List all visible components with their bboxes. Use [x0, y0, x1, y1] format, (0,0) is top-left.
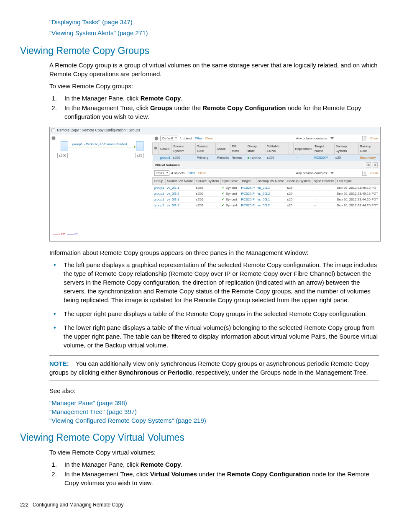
para-intro: A Remote Copy group is a group of virtua…: [49, 61, 379, 78]
bullet-left-pane: The left pane displays a graphical repre…: [49, 260, 379, 304]
gear-icon[interactable]: [154, 136, 159, 141]
link-viewing-configured-rc-systems[interactable]: "Viewing Configured Remote Copy Systems"…: [49, 417, 206, 424]
window-title: Remote Copy : Remote Copy Configuration …: [57, 128, 140, 132]
link-viewing-system-alerts[interactable]: "Viewing System Alerts" (page 271): [49, 29, 148, 36]
bullet-upper-right: The upper right pane displays a table of…: [49, 309, 379, 318]
anycol-label-2: Any column contains:: [296, 171, 328, 175]
legend: FC IP: [52, 232, 77, 236]
screenshot-remote-copy-groups: Remote Copy : Remote Copy Configuration …: [49, 127, 381, 242]
table-row[interactable]: group1vv_2G.1s250✔ SyncedRC025IPvs_2G.1s…: [153, 185, 380, 190]
gear-icon[interactable]: [154, 146, 157, 150]
note-box: NOTE: You can additionally view only syn…: [49, 355, 379, 380]
server-right-icon: [136, 141, 143, 151]
table-row[interactable]: group1vv_5G.2s250✔ SyncedRC025IPvs_5G.2s…: [153, 203, 380, 208]
window-icon: [51, 129, 55, 132]
groups-toolbar: Default 1 object Filter Clear Any column…: [152, 134, 380, 143]
bullet-lower-right: The lower right pane displays a table of…: [49, 323, 379, 350]
replication-arrow: [69, 147, 135, 147]
object-count-2: 4 objects: [171, 171, 184, 175]
para-after-figure: Information about Remote Copy groups app…: [49, 248, 379, 257]
page-footer: 222 Configuring and Managing Remote Copy: [20, 501, 379, 509]
para-to-view: To view Remote Copy groups:: [49, 82, 379, 90]
expand-icon[interactable]: ◉: [366, 162, 371, 167]
clear-link-4[interactable]: Clear: [370, 171, 378, 175]
see-also-label: See also:: [49, 386, 379, 395]
server-left-icon: [61, 141, 68, 151]
collapse-icon[interactable]: ◉: [373, 162, 378, 167]
object-count: 1 object: [180, 136, 192, 141]
server-left-label: s250: [57, 153, 68, 158]
filter-link[interactable]: Filter: [194, 136, 202, 141]
step-1: In the Manager Pane, click Remote Copy.: [59, 94, 379, 103]
server-right-label: s25: [135, 153, 144, 158]
print-icon[interactable]: ⎙: [362, 171, 367, 176]
view-dropdown[interactable]: Default: [160, 136, 178, 141]
diagram-pane: group1 - Periodic, 4 Volumes Started s25…: [50, 134, 152, 239]
diagram-label: group1 - Periodic, 4 Volumes Started: [72, 142, 127, 146]
virtual-volumes-label: Virtual Volumes: [155, 163, 180, 167]
link-management-tree[interactable]: "Management Tree" (page 397): [49, 408, 137, 415]
step-2: In the Management Tree, click Groups und…: [59, 103, 379, 121]
clear-link-3[interactable]: Clear: [198, 171, 206, 175]
table-row[interactable]: group1vv_2G.2s250✔ SyncedRC025IPvs_2G.2s…: [153, 190, 380, 196]
volumes-table: Group Source VV Name Source System Sync …: [152, 177, 380, 208]
filter-link-2[interactable]: Filter: [187, 171, 195, 175]
print-icon[interactable]: ⎙: [362, 136, 367, 141]
clear-link-2[interactable]: Clear: [370, 136, 378, 141]
pairs-dropdown[interactable]: Pairs: [154, 170, 169, 176]
volumes-toolbar: Pairs 4 objects Filter Clear Any column …: [152, 169, 380, 177]
groups-table: Group Source System Source Role Mode DR …: [152, 143, 380, 161]
step-1b: In the Manager Pane, click Remote Copy.: [59, 460, 379, 469]
anycol-label: Any column contains:: [296, 136, 328, 141]
link-displaying-tasks[interactable]: "Displaying Tasks" (page 347): [49, 18, 133, 26]
clear-link[interactable]: Clear: [205, 136, 213, 141]
link-manager-pane[interactable]: "Manager Pane" (page 398): [49, 399, 127, 406]
heading-viewing-remote-copy-groups: Viewing Remote Copy Groups: [20, 44, 379, 57]
para-to-view-2: To view Remote Copy virtual volumes:: [49, 448, 379, 457]
table-row[interactable]: group1 s250 Primary Periodic Normal ● St…: [153, 154, 380, 161]
heading-viewing-rc-virtual-volumes: Viewing Remote Copy Virtual Volumes: [20, 431, 379, 444]
step-2b: In the Management Tree, click Virtual Vo…: [59, 470, 379, 487]
table-row[interactable]: group1vv_5G.1s250✔ SyncedRC025IPvs_5G.1s…: [153, 196, 380, 202]
